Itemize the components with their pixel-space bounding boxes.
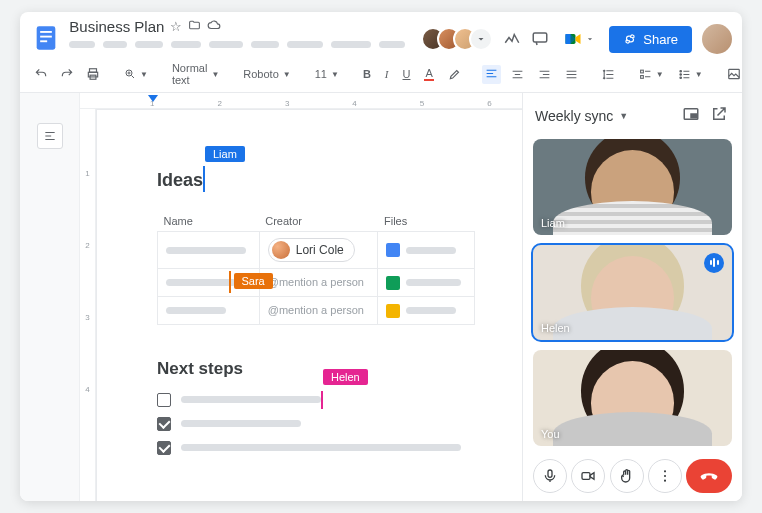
open-in-new-icon[interactable] — [708, 103, 730, 129]
leave-call-button[interactable] — [686, 459, 732, 493]
print-button[interactable] — [82, 64, 104, 84]
font-size-dropdown[interactable]: 11▼ — [311, 66, 343, 82]
font-family-label: Roboto — [243, 68, 278, 80]
ruler-mark: 4 — [352, 99, 356, 108]
slide-file-icon[interactable] — [386, 304, 400, 318]
indent-marker-icon[interactable] — [148, 95, 158, 102]
mention-placeholder[interactable]: @mention a person — [268, 276, 364, 288]
redo-button[interactable] — [56, 64, 78, 84]
tile-name-label: Helen — [541, 322, 570, 334]
video-tile-liam[interactable]: Liam — [533, 139, 732, 235]
svg-point-22 — [664, 475, 666, 477]
svg-point-13 — [680, 70, 682, 72]
speaking-indicator-icon — [704, 253, 724, 273]
paragraph-style-dropdown[interactable]: Normal text▼ — [168, 60, 223, 88]
star-icon[interactable]: ☆ — [170, 19, 182, 34]
video-tile-helen[interactable]: Helen — [533, 245, 732, 341]
bold-button[interactable]: B — [359, 65, 375, 83]
checkbox-unchecked-icon[interactable] — [157, 393, 171, 407]
checklist: Helen — [157, 393, 475, 455]
mute-mic-button[interactable] — [533, 459, 567, 493]
cursor-sara-flag: Sara — [234, 273, 273, 289]
title-area: Business Plan ☆ — [69, 18, 405, 48]
document-title[interactable]: Business Plan — [69, 18, 164, 35]
text-color-button[interactable]: A — [420, 64, 437, 84]
svg-rect-1 — [40, 31, 52, 33]
comments-icon[interactable] — [531, 30, 549, 48]
cursor-sara-label: Sara — [242, 275, 265, 287]
highlight-button[interactable] — [444, 64, 466, 84]
zoom-dropdown[interactable]: ▼ — [120, 66, 152, 82]
heading-ideas[interactable]: Ideas — [157, 170, 203, 191]
checklist-item[interactable]: Helen — [157, 393, 475, 407]
underline-button[interactable]: U — [399, 65, 415, 83]
document-page[interactable]: Ideas Liam Name Creator Files — [96, 109, 522, 501]
checkbox-checked-icon[interactable] — [157, 417, 171, 431]
heading-next-steps[interactable]: Next steps — [157, 359, 475, 379]
cursor-sara-line — [229, 271, 231, 293]
table-row[interactable]: Sara @mention a person — [158, 269, 475, 297]
ideas-table[interactable]: Name Creator Files Lori Cole — [157, 211, 475, 325]
chip-avatar-icon — [272, 241, 290, 259]
checklist-button[interactable]: ▼ — [635, 66, 668, 83]
more-options-button[interactable] — [648, 459, 682, 493]
checklist-item[interactable] — [157, 417, 475, 431]
table-row[interactable]: Lori Cole — [158, 232, 475, 269]
person-chip[interactable]: Lori Cole — [268, 238, 355, 262]
activity-icon[interactable] — [503, 30, 521, 48]
raise-hand-button[interactable] — [610, 459, 644, 493]
toolbar: ▼ Normal text▼ Roboto▼ 11▼ B I U A ▼ ▼ G… — [20, 56, 742, 93]
paragraph-style-label: Normal text — [172, 62, 207, 86]
share-button[interactable]: Share — [609, 26, 692, 53]
picture-in-picture-icon[interactable] — [680, 103, 702, 129]
checklist-item[interactable] — [157, 441, 475, 455]
undo-button[interactable] — [30, 64, 52, 84]
bulleted-list-button[interactable]: ▼ — [674, 66, 707, 83]
cursor-helen-label: Helen — [331, 371, 360, 383]
collaborator-avatars[interactable] — [421, 27, 493, 51]
svg-point-23 — [664, 480, 666, 482]
meet-dropdown-button[interactable] — [559, 27, 599, 51]
video-tile-you[interactable]: You — [533, 350, 732, 446]
canvas: 1 2 3 4 5 6 1 2 3 4 Ideas Liam — [80, 93, 522, 501]
sheet-file-icon[interactable] — [386, 276, 400, 290]
align-right-button[interactable] — [534, 65, 555, 84]
cursor-liam-label: Liam — [213, 148, 237, 160]
svg-point-14 — [680, 73, 682, 75]
align-justify-button[interactable] — [561, 65, 582, 84]
outline-toggle-icon[interactable] — [37, 123, 63, 149]
ruler-mark: 2 — [85, 241, 89, 250]
svg-point-15 — [680, 76, 682, 78]
align-center-button[interactable] — [507, 65, 528, 84]
menu-bar[interactable] — [69, 41, 405, 48]
align-left-button[interactable] — [482, 65, 501, 84]
checkbox-checked-icon[interactable] — [157, 441, 171, 455]
account-avatar[interactable] — [702, 24, 732, 54]
share-button-label: Share — [643, 32, 678, 47]
docs-logo-icon[interactable] — [30, 20, 61, 56]
svg-rect-0 — [36, 26, 55, 49]
horizontal-ruler[interactable]: 1 2 3 4 5 6 — [80, 93, 522, 109]
cursor-helen-line — [321, 391, 323, 409]
svg-rect-12 — [640, 75, 643, 78]
doc-file-icon[interactable] — [386, 243, 400, 257]
move-to-folder-icon[interactable] — [188, 19, 201, 35]
vertical-ruler[interactable]: 1 2 3 4 — [80, 109, 96, 501]
line-spacing-button[interactable] — [598, 65, 619, 84]
mention-placeholder[interactable]: @mention a person — [268, 304, 364, 316]
ruler-mark: 5 — [420, 99, 424, 108]
meet-title-dropdown-icon[interactable]: ▼ — [619, 111, 628, 121]
italic-button[interactable]: I — [381, 65, 393, 83]
svg-rect-19 — [548, 470, 552, 477]
collab-overflow-icon[interactable] — [469, 27, 493, 51]
svg-rect-18 — [691, 114, 696, 118]
cloud-saved-icon[interactable] — [207, 18, 221, 35]
table-row[interactable]: @mention a person — [158, 296, 475, 324]
meet-title[interactable]: Weekly sync — [535, 108, 613, 124]
tile-name-label: You — [541, 428, 560, 440]
insert-image-button[interactable] — [723, 64, 742, 84]
svg-rect-4 — [534, 33, 548, 42]
font-family-dropdown[interactable]: Roboto▼ — [239, 66, 294, 82]
ruler-mark: 1 — [85, 169, 89, 178]
toggle-camera-button[interactable] — [571, 459, 605, 493]
